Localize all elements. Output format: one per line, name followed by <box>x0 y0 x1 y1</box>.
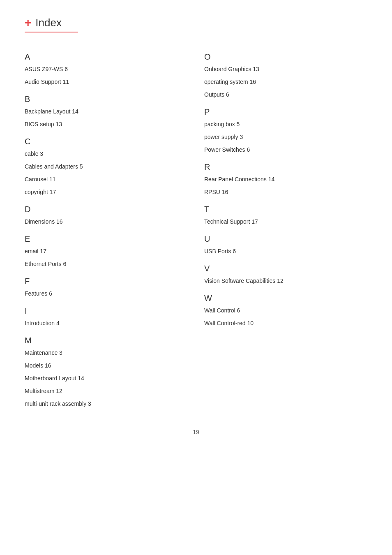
index-entry: Ethernet Ports 6 <box>25 260 188 268</box>
index-entry: BIOS setup 13 <box>25 120 188 129</box>
page-title: Index <box>35 16 62 29</box>
index-entry: Rear Panel Connections 14 <box>204 175 367 184</box>
letter-heading-A: A <box>25 52 188 62</box>
index-entry: RPSU 16 <box>204 188 367 197</box>
page-number: 19 <box>193 429 199 435</box>
index-entry: power supply 3 <box>204 133 367 141</box>
index-entry: Power Switches 6 <box>204 146 367 154</box>
index-entry: Wall Control 6 <box>204 306 367 315</box>
letter-heading-P: P <box>204 107 367 117</box>
index-entry: Models 16 <box>25 361 188 370</box>
index-entry: Dimensions 16 <box>25 217 188 226</box>
page-footer: 19 <box>25 429 367 435</box>
letter-heading-B: B <box>25 95 188 104</box>
index-entry: Multistream 12 <box>25 387 188 395</box>
letter-heading-D: D <box>25 205 188 214</box>
left-column: AASUS Z97-WS 6Audio Support 11BBackplane… <box>25 44 188 412</box>
index-columns: AASUS Z97-WS 6Audio Support 11BBackplane… <box>25 44 367 412</box>
letter-heading-O: O <box>204 52 367 62</box>
letter-heading-M: M <box>25 336 188 345</box>
right-column: OOnboard Graphics 13operating system 16O… <box>204 44 367 412</box>
index-entry: cable 3 <box>25 150 188 158</box>
index-entry: copyright 17 <box>25 188 188 197</box>
index-entry: Motherboard Layout 14 <box>25 374 188 383</box>
index-entry: email 17 <box>25 247 188 256</box>
index-entry: Carousel 11 <box>25 175 188 184</box>
letter-heading-R: R <box>204 162 367 172</box>
plus-icon: + <box>25 17 31 29</box>
header-underline <box>25 32 78 32</box>
index-entry: Outputs 6 <box>204 90 367 99</box>
page-header: + Index <box>25 16 367 29</box>
index-entry: Technical Support 17 <box>204 217 367 226</box>
index-entry: Maintenance 3 <box>25 349 188 357</box>
index-entry: Audio Support 11 <box>25 78 188 86</box>
index-entry: ASUS Z97-WS 6 <box>25 65 188 74</box>
index-entry: Cables and Adapters 5 <box>25 162 188 171</box>
index-entry: Backplane Layout 14 <box>25 107 188 116</box>
letter-heading-V: V <box>204 264 367 273</box>
index-entry: operating system 16 <box>204 78 367 86</box>
letter-heading-W: W <box>204 294 367 303</box>
index-entry: packing box 5 <box>204 120 367 129</box>
letter-heading-I: I <box>25 306 188 316</box>
index-entry: multi-unit rack assembly 3 <box>25 400 188 408</box>
letter-heading-T: T <box>204 205 367 214</box>
index-entry: Features 6 <box>25 289 188 298</box>
index-entry: Introduction 4 <box>25 319 188 328</box>
letter-heading-U: U <box>204 234 367 244</box>
letter-heading-C: C <box>25 137 188 146</box>
index-entry: Onboard Graphics 13 <box>204 65 367 74</box>
index-entry: Wall Control-red 10 <box>204 319 367 328</box>
index-entry: USB Ports 6 <box>204 247 367 256</box>
letter-heading-E: E <box>25 234 188 244</box>
index-entry: Vision Software Capabilities 12 <box>204 277 367 285</box>
letter-heading-F: F <box>25 277 188 286</box>
